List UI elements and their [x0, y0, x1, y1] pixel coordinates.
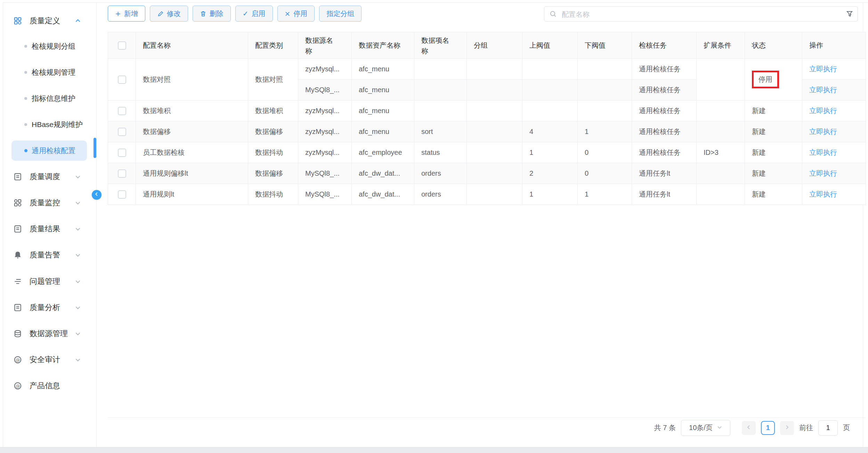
sidebar-item-general-check-config[interactable]: 通用检核配置	[11, 141, 87, 161]
page-size-select[interactable]: 10条/页	[681, 420, 730, 436]
chevron-down-icon	[75, 357, 81, 363]
sidebar-item-check-rule-group[interactable]: 检核规则分组	[3, 38, 96, 55]
grid-icon	[13, 16, 22, 25]
page-top-border	[3, 2, 868, 3]
cell-asset-name: afc_menu	[352, 121, 414, 142]
assign-group-button[interactable]: 指定分组	[319, 6, 362, 22]
prev-page-button[interactable]	[742, 421, 756, 435]
sidebar-item-indicator-info[interactable]: 指标信息维护	[3, 90, 96, 107]
sidebar-item-quality-analysis[interactable]: 质量分析	[3, 299, 96, 316]
header-upper-threshold: 上阀值	[522, 32, 578, 59]
cell-item-name	[414, 80, 467, 101]
add-button[interactable]: + 新增	[108, 6, 145, 22]
cell-action: 立即执行	[802, 59, 866, 80]
cell-config-name: 员工数据检核	[136, 142, 248, 163]
sidebar-item-quality-schedule[interactable]: 质量调度	[3, 168, 96, 185]
execute-now-link[interactable]: 立即执行	[809, 107, 837, 114]
sidebar-item-product-info[interactable]: @ 产品信息	[3, 378, 96, 394]
list-icon	[13, 277, 22, 286]
cell-check-task: 通用检核任务	[632, 121, 697, 142]
cell-source-name: zyzMysql...	[298, 121, 352, 142]
chevron-right-icon	[784, 424, 790, 432]
sidebar: 质量定义 检核规则分组 检核规则管理 指标信息维护 HBase规则维护 通用检核…	[3, 3, 97, 447]
page-unit-label: 页	[843, 423, 850, 432]
cell-config-name: 数据偏移	[136, 121, 248, 142]
goto-label: 前往	[799, 423, 813, 432]
collapse-left-icon	[94, 192, 99, 198]
row-checkbox[interactable]	[118, 107, 126, 115]
trash-icon	[200, 10, 206, 17]
cell-group	[467, 80, 522, 101]
execute-now-link[interactable]: 立即执行	[809, 86, 837, 94]
table-row: 数据堆积 数据堆积 zyzMysql... afc_menu 通用检核任务 新建…	[108, 101, 866, 121]
cell-upper-threshold: 4	[522, 121, 578, 142]
cell-action: 立即执行	[802, 80, 866, 101]
cell-config-name: 通用规则lt	[136, 184, 248, 205]
edit-button[interactable]: 修改	[150, 6, 188, 22]
cell-config-name: 通用规则偏移lt	[136, 163, 248, 184]
execute-now-link[interactable]: 立即执行	[809, 128, 837, 135]
cell-source-name: zyzMysql...	[298, 142, 352, 163]
row-checkbox[interactable]	[118, 128, 126, 136]
row-checkbox-cell	[108, 121, 136, 142]
cell-source-name: zyzMysql...	[298, 101, 352, 121]
execute-now-link[interactable]: 立即执行	[809, 190, 837, 198]
header-lower-threshold: 下阀值	[578, 32, 632, 59]
goto-page-input[interactable]	[818, 420, 838, 436]
cell-config-category: 数据偏移	[248, 121, 298, 142]
select-all-checkbox[interactable]	[118, 41, 126, 50]
sidebar-collapse-button[interactable]	[92, 190, 102, 200]
check-config-table: 配置名称 配置类别 数据源名称 数据资产名称 数据项名称 分组 上阀值 下阀值 …	[108, 32, 866, 205]
sidebar-item-check-rule-manage[interactable]: 检核规则管理	[3, 64, 96, 81]
table-row: 通用规则lt 数据抖动 MySQl8_... afc_dw_dat... ord…	[108, 184, 866, 205]
cell-asset-name: afc_menu	[352, 59, 414, 80]
cell-status: 新建	[745, 121, 802, 142]
sidebar-item-quality-alert[interactable]: 质量告警	[3, 247, 96, 263]
chevron-down-icon	[75, 304, 81, 311]
cell-status: 新建	[745, 101, 802, 121]
sidebar-item-hbase-rule[interactable]: HBase规则维护	[3, 116, 96, 133]
cell-asset-name: afc_menu	[352, 80, 414, 101]
cell-group	[467, 59, 522, 80]
cell-config-name: 数据堆积	[136, 101, 248, 121]
search-input[interactable]	[561, 7, 834, 22]
bullet-icon	[24, 123, 27, 126]
next-page-button[interactable]	[780, 421, 794, 435]
active-menu-indicator	[94, 138, 96, 158]
bullet-icon	[24, 45, 27, 48]
search-box	[544, 6, 858, 22]
cell-source-name: MySQl8_...	[298, 163, 352, 184]
cell-group	[467, 163, 522, 184]
funnel-filter-icon[interactable]	[846, 10, 853, 19]
row-checkbox[interactable]	[118, 76, 126, 84]
cell-action: 立即执行	[802, 184, 866, 205]
sidebar-group-quality-definition[interactable]: 质量定义	[3, 13, 96, 29]
execute-now-link[interactable]: 立即执行	[809, 65, 837, 73]
cell-upper-threshold	[522, 59, 578, 80]
bullet-icon	[24, 71, 27, 74]
sidebar-item-issue-manage[interactable]: 问题管理	[3, 273, 96, 290]
execute-now-link[interactable]: 立即执行	[809, 149, 837, 156]
page-bottom-strip	[0, 447, 868, 453]
cell-action: 立即执行	[802, 163, 866, 184]
doc-icon	[13, 172, 22, 181]
cell-source-name: MySQl8_...	[298, 80, 352, 101]
doc-icon	[13, 303, 22, 312]
sidebar-item-datasource-manage[interactable]: 数据源管理	[3, 325, 96, 342]
row-checkbox[interactable]	[118, 169, 126, 178]
header-action: 操作	[802, 32, 866, 59]
cell-config-name: 数据对照	[136, 59, 248, 101]
table-header-row: 配置名称 配置类别 数据源名称 数据资产名称 数据项名称 分组 上阀值 下阀值 …	[108, 32, 866, 59]
cell-asset-name: afc_menu	[352, 101, 414, 121]
delete-button[interactable]: 删除	[193, 6, 231, 22]
current-page-button[interactable]: 1	[761, 421, 775, 435]
cell-status: 新建	[745, 163, 802, 184]
sidebar-item-quality-monitor[interactable]: 质量监控	[3, 194, 96, 211]
sidebar-item-security-audit[interactable]: @ 安全审计	[3, 351, 96, 368]
enable-button[interactable]: ✓ 启用	[235, 6, 273, 22]
row-checkbox[interactable]	[118, 190, 126, 199]
execute-now-link[interactable]: 立即执行	[809, 169, 837, 177]
row-checkbox[interactable]	[118, 149, 126, 157]
sidebar-item-quality-result[interactable]: 质量结果	[3, 221, 96, 237]
disable-button[interactable]: × 停用	[277, 6, 315, 22]
